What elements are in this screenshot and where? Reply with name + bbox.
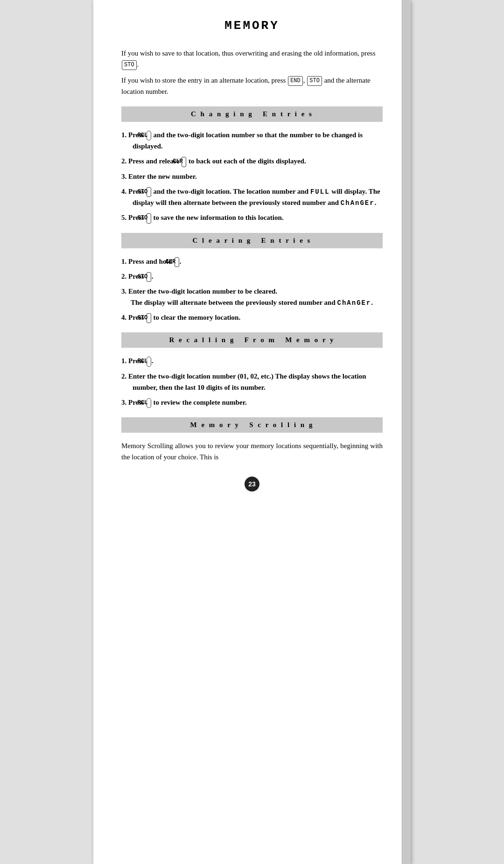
clearing-entries-list: 1. Press and hold CLR. 2. Press STO. 3. …: [121, 256, 383, 323]
sto-key-3: STO: [147, 187, 151, 197]
rcl-key-2: RCL: [147, 357, 151, 366]
sto-key-4: STO: [147, 213, 151, 223]
list-item: 2. Enter the two-digit location number (…: [121, 371, 383, 393]
rcl-key-1: RCL: [147, 131, 151, 140]
list-item: 1. Press RCL.: [121, 355, 383, 366]
recalling-list: 1. Press RCL. 2. Enter the two-digit loc…: [121, 355, 383, 407]
memory-scrolling-text: Memory Scrolling allows you to review yo…: [121, 440, 383, 463]
list-item: 4. Press STO and the two-digit location.…: [121, 186, 383, 209]
sto-key-6: STO: [147, 313, 151, 323]
list-item: 2. Press STO.: [121, 271, 383, 282]
list-item: 3. Press RCL to review the complete numb…: [121, 397, 383, 408]
list-item: 1. Press RCL and the two-digit location …: [121, 129, 383, 152]
section-header-scrolling: M e m o r y S c r o l l i n g: [121, 417, 383, 433]
page-title: MEMORY: [121, 19, 383, 36]
page-number: 23: [245, 477, 259, 492]
end-key: END: [288, 76, 303, 86]
intro-paragraph-1: If you wish to save to that location, th…: [121, 48, 383, 70]
clr-key-2: CLR: [175, 257, 179, 267]
changing-entries-list: 1. Press RCL and the two-digit location …: [121, 129, 383, 223]
page-container: MEMORY If you wish to save to that locat…: [93, 0, 411, 864]
section-header-changing: C h a n g i n g E n t r i e s: [121, 106, 383, 122]
list-item: 5. Press STO to save the new information…: [121, 212, 383, 223]
intro-paragraph-2: If you wish to store the entry in an alt…: [121, 75, 383, 97]
section-header-clearing: C l e a r i n g E n t r i e s: [121, 233, 383, 248]
list-item: 4. Press STO to clear the memory locatio…: [121, 312, 383, 323]
clearing-sub-text: The display will alternate between the p…: [131, 297, 383, 308]
section-header-recalling: R e c a l l i n g F r o m M e m o r y: [121, 332, 383, 348]
sto-key-1: STO: [122, 60, 137, 70]
list-item: 1. Press and hold CLR.: [121, 256, 383, 267]
list-item: 3. Enter the two-digit location number t…: [121, 286, 383, 308]
list-item: 3. Enter the new number.: [121, 171, 383, 182]
rcl-key-3: RCL: [147, 398, 151, 408]
sto-key-5: STO: [147, 272, 151, 282]
sto-key-2: STO: [307, 76, 322, 86]
clr-key-1: CLR: [182, 157, 186, 167]
list-item: 2. Press and release CLR to back out eac…: [121, 155, 383, 167]
